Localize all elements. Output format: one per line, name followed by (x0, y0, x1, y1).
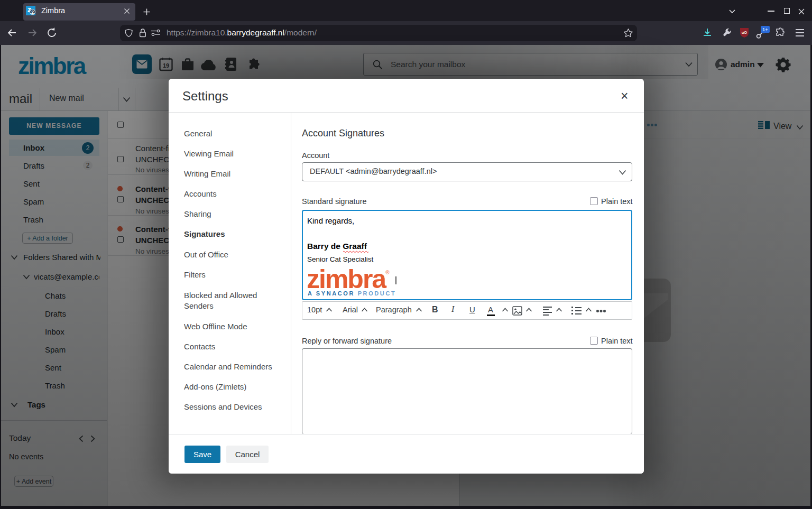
svg-text:uO: uO (742, 30, 748, 35)
